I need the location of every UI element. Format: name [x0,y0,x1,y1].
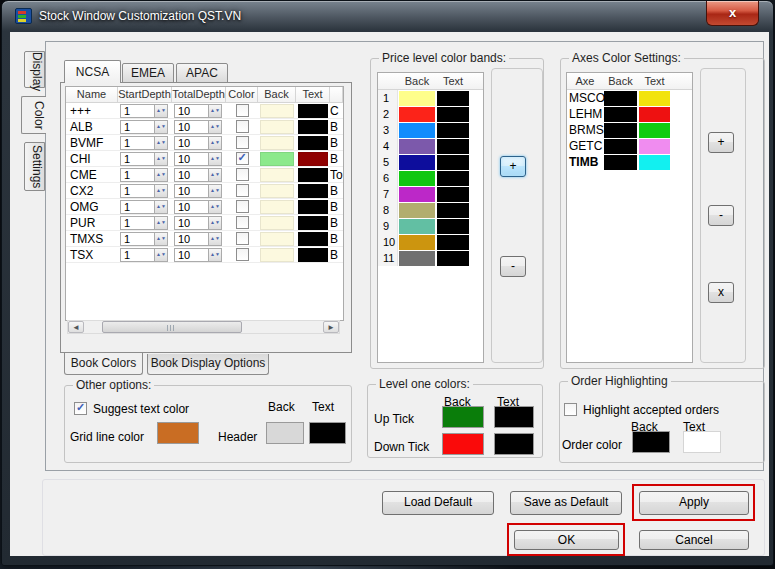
band-text-swatch[interactable] [437,123,469,138]
text-color-swatch[interactable] [298,200,328,214]
down-tick-text-swatch[interactable] [494,433,534,455]
text-color-swatch[interactable] [298,216,328,230]
band-back-swatch[interactable] [399,251,435,266]
total-depth-spinner[interactable]: 10▲▼ [174,216,222,230]
axe-back-swatch[interactable] [604,91,637,106]
total-depth-spinner[interactable]: 10▲▼ [174,136,222,150]
back-color-swatch[interactable] [260,200,294,214]
col-header-back[interactable]: Back [258,87,296,102]
start-depth-spinner[interactable]: 1▲▼ [120,216,168,230]
band-back-swatch[interactable] [399,139,435,154]
start-depth-spinner[interactable]: 1▲▼ [120,136,168,150]
start-depth-spinner[interactable]: 1▲▼ [120,168,168,182]
band-text-swatch[interactable] [437,235,469,250]
band-text-swatch[interactable] [437,187,469,202]
axes-axe-header[interactable]: Axe [567,73,603,89]
back-color-swatch[interactable] [260,120,294,134]
clear-axe-button[interactable]: x [708,282,734,303]
total-depth-spinner[interactable]: 10▲▼ [174,184,222,198]
col-header-startdepth[interactable]: StartDepth [118,87,172,102]
start-depth-spinner[interactable]: 1▲▼ [120,232,168,246]
remove-axe-button[interactable]: - [708,205,734,226]
back-color-swatch[interactable] [260,184,294,198]
text-color-swatch[interactable] [298,136,328,150]
header-back-swatch[interactable] [266,422,304,444]
bands-text-header[interactable]: Text [436,73,470,89]
back-color-swatch[interactable] [260,168,294,182]
axe-back-swatch[interactable] [604,139,637,154]
start-depth-spinner[interactable]: 1▲▼ [120,248,168,262]
start-depth-spinner[interactable]: 1▲▼ [120,200,168,214]
band-text-swatch[interactable] [437,203,469,218]
band-text-swatch[interactable] [437,251,469,266]
band-back-swatch[interactable] [399,219,435,234]
band-text-swatch[interactable] [437,107,469,122]
color-checkbox[interactable] [236,104,249,117]
text-color-swatch[interactable] [298,120,328,134]
tab-emea[interactable]: EMEA [122,63,174,83]
col-header-text[interactable]: Text [296,87,330,102]
axe-text-swatch[interactable] [639,139,670,154]
axe-row[interactable]: LEHM [567,106,692,122]
axe-row[interactable]: GETC [567,138,692,154]
band-text-swatch[interactable] [437,91,469,106]
order-back-swatch[interactable] [632,431,670,453]
tab-ncsa[interactable]: NCSA [64,60,121,83]
band-back-swatch[interactable] [399,171,435,186]
axe-row[interactable]: MSCO [567,90,692,106]
text-color-swatch[interactable] [298,232,328,246]
axes-text-header[interactable]: Text [638,73,671,89]
header-text-swatch[interactable] [309,422,346,444]
total-depth-spinner[interactable]: 10▲▼ [174,200,222,214]
col-header-name[interactable]: Name [66,87,118,102]
axe-back-swatch[interactable] [604,107,637,122]
add-axe-button[interactable]: + [708,132,734,153]
color-checkbox[interactable] [236,168,249,181]
color-checkbox[interactable] [236,120,249,133]
text-color-swatch[interactable] [298,248,328,262]
load-default-button[interactable]: Load Default [382,491,494,515]
down-tick-back-swatch[interactable] [442,433,484,455]
tab-color[interactable]: Color [21,96,46,134]
axe-back-swatch[interactable] [604,155,637,170]
band-text-swatch[interactable] [437,171,469,186]
cancel-button[interactable]: Cancel [639,530,749,550]
total-depth-spinner[interactable]: 10▲▼ [174,232,222,246]
band-text-swatch[interactable] [437,139,469,154]
save-as-default-button[interactable]: Save as Default [510,491,622,515]
color-checkbox[interactable] [236,232,249,245]
scrollbar-thumb[interactable] [102,321,242,333]
color-checkbox[interactable] [236,200,249,213]
band-back-swatch[interactable] [399,187,435,202]
add-band-button[interactable]: + [500,156,526,177]
color-checkbox[interactable] [236,248,249,261]
axe-text-swatch[interactable] [639,91,670,106]
band-back-swatch[interactable] [399,91,435,106]
back-color-swatch[interactable] [260,232,294,246]
band-back-swatch[interactable] [399,107,435,122]
scroll-right-icon[interactable]: ► [323,321,339,333]
up-tick-text-swatch[interactable] [494,406,534,428]
tab-book-colors[interactable]: Book Colors [64,353,143,375]
axe-row[interactable]: BRMS [567,122,692,138]
suggest-text-color-checkbox[interactable] [74,402,87,415]
close-button[interactable]: x [706,1,759,26]
col-header-totaldepth[interactable]: TotalDepth [172,87,226,102]
scroll-left-icon[interactable]: ◄ [68,321,84,333]
color-checkbox[interactable] [236,184,249,197]
color-checkbox[interactable] [236,136,249,149]
color-checkbox[interactable] [236,216,249,229]
start-depth-spinner[interactable]: 1▲▼ [120,120,168,134]
tab-book-display-options[interactable]: Book Display Options [147,354,269,375]
total-depth-spinner[interactable]: 10▲▼ [174,168,222,182]
axe-back-swatch[interactable] [604,123,637,138]
total-depth-spinner[interactable]: 10▲▼ [174,104,222,118]
axe-text-swatch[interactable] [639,123,670,138]
grid-line-color-swatch[interactable] [157,422,199,444]
start-depth-spinner[interactable]: 1▲▼ [120,104,168,118]
band-back-swatch[interactable] [399,155,435,170]
text-color-swatch[interactable] [298,168,328,182]
back-color-swatch[interactable] [260,104,294,118]
text-color-swatch[interactable] [298,104,328,118]
axe-text-swatch[interactable] [639,155,670,170]
